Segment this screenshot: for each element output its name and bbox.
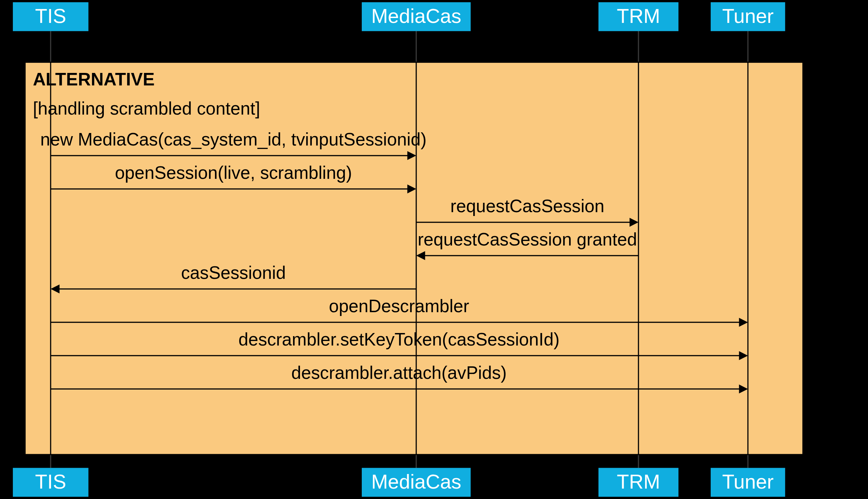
msg-new-mediacas-label: new MediaCas(cas_system_id, tvinputSessi… [40, 130, 426, 149]
participant-mediacas-top: MediaCas [362, 2, 471, 31]
alt-frame [25, 62, 803, 455]
participant-mediacas-label: MediaCas [371, 5, 461, 27]
participant-tis-top: TIS [13, 2, 89, 31]
participant-tuner-label: Tuner [722, 5, 774, 27]
participant-mediacas-bottom: MediaCas [362, 468, 471, 497]
msg-attach-avpids-label: descrambler.attach(avPids) [291, 363, 507, 383]
msg-set-key-token-label: descrambler.setKeyToken(casSessionId) [239, 330, 560, 349]
msg-cas-sessionid-label: casSessionid [181, 263, 286, 283]
participant-tuner-bottom: Tuner [711, 468, 785, 497]
msg-open-session-label: openSession(live, scrambling) [115, 163, 352, 183]
participant-trm-top: TRM [599, 2, 678, 31]
participant-mediacas-label-bottom: MediaCas [371, 471, 461, 493]
participant-tis-label: TIS [35, 5, 66, 27]
participant-tuner-top: Tuner [711, 2, 785, 31]
msg-request-cas-session-label: requestCasSession [450, 196, 604, 216]
participant-tis-label-bottom: TIS [35, 471, 66, 493]
participant-trm-label-bottom: TRM [617, 471, 660, 493]
msg-open-descrambler-label: openDescrambler [329, 296, 469, 316]
participant-trm-bottom: TRM [599, 468, 678, 497]
participant-trm-label: TRM [617, 5, 660, 27]
participant-tis-bottom: TIS [13, 468, 89, 497]
alt-frame-title: ALTERNATIVE [33, 69, 155, 89]
sequence-diagram: ALTERNATIVE [handling scrambled content]… [0, 0, 868, 499]
msg-request-granted-label: requestCasSession granted [418, 230, 637, 249]
participant-tuner-label-bottom: Tuner [722, 471, 774, 493]
alt-frame-guard: [handling scrambled content] [33, 99, 260, 118]
